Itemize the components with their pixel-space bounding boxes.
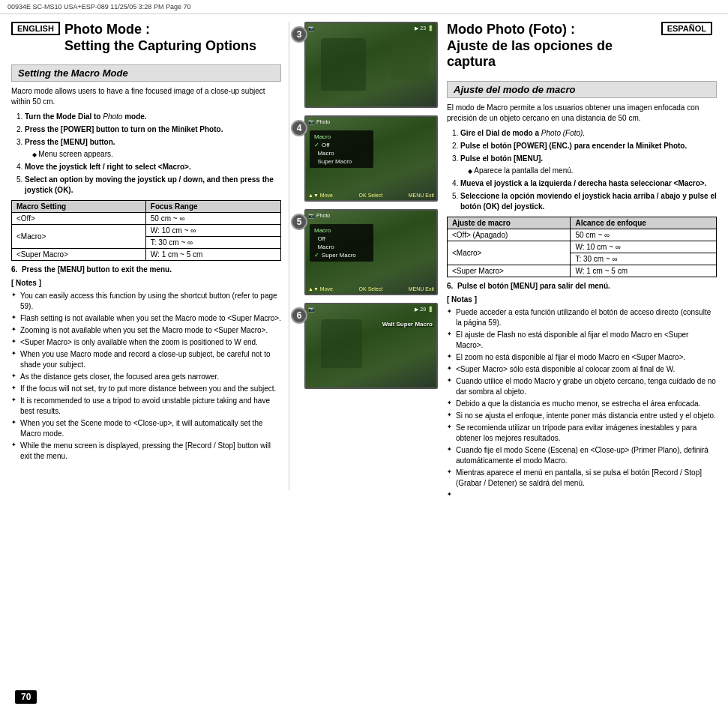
right-column: Modo Photo (Foto) : Ajuste de las opcion… xyxy=(443,22,717,490)
screen-5-inner: 📷 Photo Macro Off Macro ✓ Super Macro ▲▼… xyxy=(306,211,436,294)
main-content: ENGLISH Photo Mode : Setting the Capturi… xyxy=(0,14,728,498)
es-table-cell-macro-w: W: 10 cm ~ ∞ xyxy=(571,241,717,253)
note-10: While the menu screen is displayed, pres… xyxy=(11,441,281,462)
es-note-3: El zoom no está disponible al fijar el m… xyxy=(447,352,717,363)
es-table-cell-supermacro: <Super Macro> xyxy=(448,265,571,277)
es-step-3-sub: Aparece la pantalla del menú. xyxy=(468,166,717,176)
menu-item-macro-5: Macro xyxy=(314,243,369,251)
table-row-off: <Off> 50 cm ~ ∞ xyxy=(12,213,281,225)
es-note-10: Mientras aparece el menú en pantalla, si… xyxy=(447,468,717,489)
bg-element-3 xyxy=(391,34,429,79)
es-note-2: El ajuste de Flash no está disponible al… xyxy=(447,330,717,351)
table-header-setting: Macro Setting xyxy=(12,201,146,213)
menu-item-off-5: Off xyxy=(314,235,369,243)
screen-4-menu: Macro ✓ Off Macro Super Macro xyxy=(310,130,373,168)
step-3-sub: Menu screen appears. xyxy=(32,149,281,160)
table-cell-off: <Off> xyxy=(12,213,146,225)
es-table-header-setting: Ajuste de macro xyxy=(448,217,571,229)
screen-5-container: 5 📷 Photo Macro Off Macro ✓ Super Macro xyxy=(297,209,436,295)
walt-super-macro-label: Walt Super Macro xyxy=(382,321,433,328)
menu-item-macro: Macro xyxy=(314,149,369,157)
screen-3-container: 3 📷 ▶ 23 🔋 xyxy=(297,22,436,108)
screen-4-topbar: 📷 Photo xyxy=(308,119,434,125)
screen-3-topbar: 📷 ▶ 23 🔋 xyxy=(308,25,434,31)
english-notes-list: You can easily access this function by u… xyxy=(11,291,281,462)
screen-3: 📷 ▶ 23 🔋 xyxy=(304,22,438,108)
es-step-1: Gire el Dial de modo a Photo (Foto). xyxy=(460,128,717,139)
spanish-notes-title: [ Notas ] xyxy=(447,295,717,305)
note-6: As the distance gets closer, the focused… xyxy=(11,372,281,382)
es-note-5: Cuando utilice el modo Macro y grabe un … xyxy=(447,376,717,397)
screen-6: 📷 ▶ 28 🔋 Walt Super Macro xyxy=(304,303,438,389)
spanish-section-header: Modo Photo (Foto) : Ajuste de las opcion… xyxy=(447,22,717,76)
es-note-6: Debido a que la distancia es mucho menor… xyxy=(447,399,717,409)
note-7: If the focus will not set, try to put mo… xyxy=(11,384,281,394)
screen-4-inner: 📷 Photo Macro ✓ Off Macro Super Macro ▲▼… xyxy=(306,117,436,200)
screen-number-6: 6 xyxy=(291,307,307,324)
spanish-title: Modo Photo (Foto) : Ajuste de las opcion… xyxy=(447,22,661,70)
note-4: <Super Macro> is only available when the… xyxy=(11,337,281,348)
spanish-notes: [ Notas ] Puede acceder a esta función u… xyxy=(447,295,717,489)
spanish-macro-table: Ajuste de macro Alcance de enfoque <Off>… xyxy=(447,217,717,277)
screen-4-bottombar: ▲▼ Move OK Select MENU Exit xyxy=(308,193,434,198)
table-cell-supermacro: <Super Macro> xyxy=(12,249,146,261)
screen-number-5: 5 xyxy=(291,214,307,230)
english-section-header: ENGLISH Photo Mode : Setting the Capturi… xyxy=(11,22,281,60)
es-table-cell-macro-t: T: 30 cm ~ ∞ xyxy=(571,253,717,265)
english-badge: ENGLISH xyxy=(11,22,60,35)
es-table-row-macro: <Macro> W: 10 cm ~ ∞ xyxy=(448,241,717,253)
english-intro: Macro mode allows users to have a fine f… xyxy=(11,86,281,107)
english-steps: Turn the Mode Dial to Photo mode. Press … xyxy=(11,112,281,196)
screen-5-bottombar: ▲▼ Move OK Select MENU Exit xyxy=(308,286,434,292)
figure-silhouette-6 xyxy=(321,319,362,368)
screen-6-inner: 📷 ▶ 28 🔋 Walt Super Macro xyxy=(306,304,436,387)
es-step-5: Seleccione la opción moviendo el joystic… xyxy=(460,191,717,212)
table-cell-macro-t: T: 30 cm ~ ∞ xyxy=(145,237,280,249)
header-text: 00934E SC-MS10 USA+ESP-089 11/25/05 3:28… xyxy=(7,3,190,10)
es-note-4: <Super Macro> sólo está disponible al co… xyxy=(447,364,717,375)
screen-4-container: 4 📷 Photo Macro ✓ Off Macro Super Macro xyxy=(297,115,436,202)
es-note-9: Cuando fije el modo Scene (Escena) en <C… xyxy=(447,445,717,466)
screen-number-3: 3 xyxy=(291,26,307,43)
step-3: Press the [MENU] button. Menu screen app… xyxy=(25,137,281,160)
screen-number-4: 4 xyxy=(291,120,307,136)
step-2: Press the [POWER] button to turn on the … xyxy=(25,124,281,135)
menu-item-off: ✓ Off xyxy=(314,141,369,149)
note-1: You can easily access this function by u… xyxy=(11,291,281,312)
es-step-3: Pulse el botón [MENU]. Aparece la pantal… xyxy=(460,154,717,176)
page-number: 70 xyxy=(15,690,37,704)
es-table-row-off: <Off> (Apagado) 50 cm ~ ∞ xyxy=(448,229,717,241)
step-1: Turn the Mode Dial to Photo mode. xyxy=(25,112,281,122)
table-row-supermacro: <Super Macro> W: 1 cm ~ 5 cm xyxy=(12,249,281,261)
table-cell-macro-w: W: 10 cm ~ ∞ xyxy=(145,225,280,237)
note-8: It is recommended to use a tripod to avo… xyxy=(11,396,281,417)
menu-label-macro: Macro xyxy=(314,133,369,141)
es-step-2: Pulse el botón [POWER] (ENC.) para encen… xyxy=(460,141,717,151)
es-table-cell-supermacro-range: W: 1 cm ~ 5 cm xyxy=(571,265,717,277)
table-row-macro: <Macro> W: 10 cm ~ ∞ xyxy=(12,225,281,237)
es-table-cell-macro: <Macro> xyxy=(448,241,571,265)
header-bar: 00934E SC-MS10 USA+ESP-089 11/25/05 3:28… xyxy=(0,0,728,14)
menu-label-macro-5: Macro xyxy=(314,226,369,235)
screen-6-container: 6 📷 ▶ 28 🔋 Walt Super Macro xyxy=(297,303,436,389)
es-table-header-focus: Alcance de enfoque xyxy=(571,217,717,229)
screen-5: 📷 Photo Macro Off Macro ✓ Super Macro ▲▼… xyxy=(304,209,438,295)
screen-5-menu: Macro Off Macro ✓ Super Macro xyxy=(310,224,373,262)
table-cell-supermacro-range: W: 1 cm ~ 5 cm xyxy=(145,249,280,261)
es-note-7: Si no se ajusta el enfoque, intente pone… xyxy=(447,411,717,421)
es-note-1: Puede acceder a esta función utilizando … xyxy=(447,307,717,328)
table-header-focus: Focus Range xyxy=(145,201,280,213)
es-table-cell-off: <Off> (Apagado) xyxy=(448,229,571,241)
step-4: Move the joystick left / right to select… xyxy=(25,162,281,172)
table-cell-macro: <Macro> xyxy=(12,225,146,249)
screen-5-topbar: 📷 Photo xyxy=(308,213,434,219)
english-notes-title: [ Notes ] xyxy=(11,278,281,289)
english-subsection-title: Setting the Macro Mode xyxy=(11,64,281,82)
es-step-4: Mueva el joystick a la izquierda / derec… xyxy=(460,178,717,189)
screen-3-inner: 📷 ▶ 23 🔋 xyxy=(306,23,436,106)
es-table-cell-off-range: 50 cm ~ ∞ xyxy=(571,229,717,241)
spanish-intro: El modo de Macro permite a los usuarios … xyxy=(447,103,717,124)
spanish-steps: Gire el Dial de modo a Photo (Foto). Pul… xyxy=(447,128,717,212)
english-title: Photo Mode : Setting the Capturing Optio… xyxy=(64,22,256,54)
screen-6-topbar: 📷 ▶ 28 🔋 xyxy=(308,307,434,313)
